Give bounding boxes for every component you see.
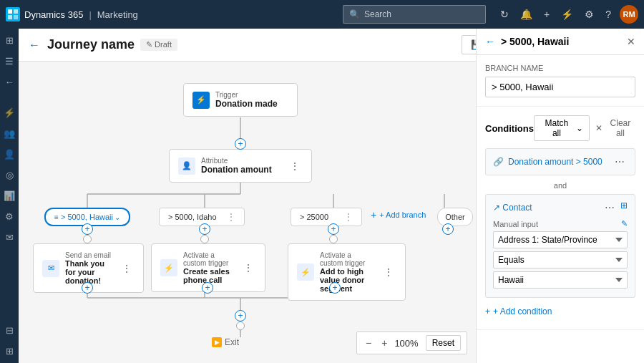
search-icon: 🔍: [349, 9, 360, 19]
zoom-level: 100%: [394, 338, 418, 349]
conditions-title: Conditions: [485, 123, 534, 134]
sidebar-back-arrow[interactable]: ←: [0, 73, 19, 91]
svg-rect-1: [14, 9, 18, 14]
plus-25000[interactable]: +: [328, 223, 339, 235]
status-badge: ✎ Draft: [140, 39, 177, 51]
avatar[interactable]: RM: [620, 5, 638, 24]
hawaii-select[interactable]: Hawaii: [493, 271, 628, 289]
canvas: ⚡ Trigger Donation made + 👤 Attribute Do…: [19, 62, 476, 363]
action-segment-type: Activate a custom trigger: [320, 251, 375, 267]
plus-nav-icon[interactable]: +: [541, 6, 552, 23]
sidebar-people[interactable]: 👥: [0, 125, 19, 142]
attribute-node: 👤 Attribute Donation amount ⋮: [169, 149, 312, 183]
branch-name-label: Branch name: [485, 64, 635, 72]
attribute-name: Donation amount: [201, 165, 272, 175]
plus-after-segment[interactable]: +: [329, 282, 341, 294]
plus-idaho[interactable]: +: [199, 223, 210, 235]
bell-icon[interactable]: 🔔: [517, 6, 535, 23]
conditions-header: Conditions Match all ⌄ ✕ Clear all: [485, 115, 635, 141]
contact-condition-header: ↗ Contact ⋯ ⊞: [493, 200, 628, 215]
sidebar-journey[interactable]: ⚡: [0, 104, 19, 122]
action-phone-menu[interactable]: ⋮: [240, 261, 256, 275]
sidebar-contacts[interactable]: 👤: [0, 145, 19, 163]
state-province-select[interactable]: Address 1: State/Province: [493, 231, 628, 248]
exit-node: ▶ Exit: [212, 337, 239, 347]
settings-icon[interactable]: ⚙: [582, 6, 597, 23]
sidebar-segments[interactable]: ◎: [0, 166, 19, 184]
contact-menu[interactable]: ⋯: [602, 200, 618, 215]
plus-after-phone[interactable]: +: [202, 282, 213, 294]
circle-25000: [329, 235, 338, 243]
circle-to-exit: [236, 321, 245, 330]
panel-back-button[interactable]: ←: [485, 36, 495, 47]
exit-label: Exit: [225, 337, 239, 347]
conditions-section: Conditions Match all ⌄ ✕ Clear all 🔗 Don…: [477, 107, 644, 330]
branch-25000[interactable]: > 25000 ⋮: [291, 208, 362, 226]
branch-name-input[interactable]: [485, 77, 635, 97]
page-title: Journey name: [47, 37, 135, 52]
action-email-menu[interactable]: ⋮: [119, 261, 135, 276]
add-condition-button[interactable]: + + Add condition: [485, 302, 552, 321]
plus-after-trigger[interactable]: +: [235, 138, 246, 150]
branch-25000-menu[interactable]: ⋮: [344, 212, 353, 222]
circle-idaho: [200, 235, 209, 243]
branch-idaho-label: > 5000, Idaho: [168, 213, 217, 221]
help-icon[interactable]: ?: [602, 6, 614, 23]
email-icon: ✉: [42, 260, 59, 277]
plus-to-exit[interactable]: +: [235, 310, 246, 321]
sidebar-analytics[interactable]: 📊: [0, 187, 19, 205]
search-bar[interactable]: 🔍 Search: [343, 5, 486, 24]
sidebar-menu[interactable]: ☰: [0, 52, 19, 70]
action-segment[interactable]: ⚡ Activate a custom trigger Add to high …: [288, 243, 406, 301]
action-phone-type: Activate a custom trigger: [183, 251, 235, 267]
add-branch-button[interactable]: + + Add branch: [371, 209, 426, 221]
attribute-menu[interactable]: ⋮: [287, 159, 303, 173]
back-button[interactable]: ←: [27, 37, 42, 53]
donation-condition-link[interactable]: 🔗 Donation amount > 5000: [493, 157, 602, 167]
trigger-node: ⚡ Trigger Donation made: [183, 83, 298, 117]
trigger-icon: ⚡: [192, 92, 210, 109]
trigger-phone-icon: ⚡: [160, 259, 177, 276]
sidebar-mail[interactable]: ✉: [0, 228, 19, 246]
sidebar-bottom2[interactable]: ⊞: [0, 342, 19, 360]
manual-input-label: Manual input ✎: [493, 219, 628, 228]
branch-25000-label: > 25000: [300, 213, 328, 221]
app-name: Dynamics 365: [24, 9, 83, 20]
refresh-icon[interactable]: ↻: [497, 6, 512, 23]
reset-button[interactable]: Reset: [426, 335, 461, 351]
zoom-in-button[interactable]: +: [379, 337, 390, 349]
branch-idaho-menu[interactable]: ⋮: [227, 212, 235, 222]
sidebar: ⊞ ☰ ← ⚡ 👥 👤 ◎ 📊 ⚙ ✉ ⊟ ⊞: [0, 29, 19, 363]
branch-name-section: Branch name: [477, 55, 644, 107]
app-module: Marketing: [97, 9, 138, 20]
plus-hawaii[interactable]: +: [82, 223, 93, 235]
contact-expand-icon[interactable]: ⊞: [620, 200, 628, 215]
panel-close-button[interactable]: ✕: [627, 36, 635, 47]
condition-icon: 🔗: [493, 157, 504, 167]
filter-icon[interactable]: ⚡: [558, 6, 576, 23]
action-email-name: Thank you for your donation!: [65, 259, 113, 285]
sidebar-settings2[interactable]: ⚙: [0, 208, 19, 226]
app-logo-icon: [6, 7, 20, 21]
contact-condition-row: ↗ Contact ⋯ ⊞ Manual input ✎ Address 1: …: [485, 194, 635, 298]
search-placeholder: Search: [364, 9, 391, 19]
match-all-button[interactable]: Match all ⌄: [534, 115, 590, 141]
app-logo: Dynamics 365 | Marketing: [6, 7, 138, 21]
zoom-out-button[interactable]: −: [363, 337, 374, 349]
exit-icon: ▶: [212, 337, 222, 347]
plus-after-email[interactable]: +: [82, 282, 93, 294]
sidebar-bottom1[interactable]: ⊟: [0, 321, 19, 339]
sidebar-home[interactable]: ⊞: [0, 32, 19, 49]
add-branch-icon: +: [371, 209, 376, 221]
equals-select[interactable]: Equals: [493, 251, 628, 268]
panel-header: ← > 5000, Hawaii ✕: [477, 29, 644, 55]
manual-input-icon: ✎: [621, 219, 628, 228]
branch-other[interactable]: Other: [437, 208, 473, 226]
clear-all-button[interactable]: ✕ Clear all: [595, 118, 635, 138]
nav-actions: ↻ 🔔 + ⚡ ⚙ ? RM: [497, 5, 638, 24]
svg-rect-3: [14, 15, 18, 19]
plus-other[interactable]: +: [442, 223, 454, 235]
action-segment-menu[interactable]: ⋮: [381, 265, 396, 279]
condition-menu[interactable]: ⋯: [612, 155, 628, 169]
trigger-segment-icon: ⚡: [297, 263, 314, 281]
